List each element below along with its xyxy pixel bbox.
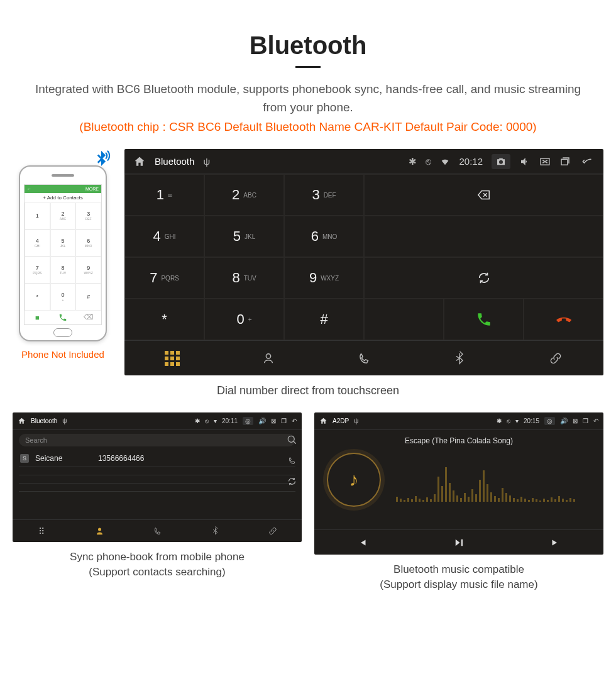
- visualizer: [396, 458, 591, 502]
- phone-call-icon: [50, 311, 76, 324]
- recent-apps-icon[interactable]: [559, 156, 571, 167]
- status-time: 20:12: [459, 156, 483, 167]
- sync-button[interactable]: [364, 257, 603, 299]
- phone-key: 2ABC: [50, 202, 76, 230]
- keypad-tab[interactable]: ⠿: [13, 520, 70, 542]
- call-icon[interactable]: [287, 456, 297, 465]
- close-screen-icon[interactable]: [539, 156, 551, 167]
- contacts-tab[interactable]: [70, 520, 128, 542]
- recent-apps-icon[interactable]: ❐: [583, 418, 588, 424]
- camera-icon[interactable]: ◎: [243, 417, 253, 425]
- empty-cell: [364, 216, 603, 257]
- wifi-icon: ▾: [515, 418, 519, 424]
- wifi-icon: [440, 157, 450, 167]
- usb-icon: ψ: [62, 418, 67, 424]
- location-icon: ⎋: [426, 156, 431, 167]
- back-icon[interactable]: [580, 156, 595, 167]
- dialer-key[interactable]: 1∞: [124, 174, 204, 216]
- contact-name: Seicane: [35, 454, 92, 463]
- sync-icon[interactable]: [287, 477, 297, 486]
- camera-icon[interactable]: ◎: [544, 417, 555, 425]
- close-screen-icon[interactable]: ⊠: [573, 418, 578, 424]
- keypad-tab[interactable]: [124, 341, 220, 375]
- dialer-key[interactable]: 8TUV: [204, 257, 284, 299]
- empty-cell: [364, 299, 444, 340]
- backspace-button[interactable]: [364, 174, 603, 216]
- bluetooth-tab[interactable]: [412, 341, 507, 375]
- wifi-icon: ▾: [214, 418, 217, 424]
- bluetooth-icon: ✱: [497, 418, 502, 424]
- title-underline: [295, 66, 321, 68]
- end-call-button[interactable]: [524, 299, 603, 340]
- location-icon: ⎋: [205, 418, 209, 424]
- volume-icon[interactable]: [519, 156, 531, 167]
- dialer-key[interactable]: 3DEF: [284, 174, 364, 216]
- recent-apps-icon[interactable]: ❐: [281, 418, 287, 424]
- dialer-key[interactable]: 0+: [204, 299, 284, 340]
- contacts-device: Bluetooth ψ ✱ ⎋ ▾ 20:11 ◎ 🔊 ⊠ ❐ ↶ Search…: [13, 412, 302, 542]
- pair-tab[interactable]: [244, 520, 302, 542]
- next-track-button[interactable]: [507, 530, 603, 555]
- back-icon[interactable]: ↶: [593, 418, 598, 424]
- phone-key: 6MNO: [75, 230, 101, 257]
- home-icon[interactable]: [18, 417, 26, 425]
- dialer-caption: Dial number direct from touchscreen: [0, 384, 616, 397]
- music-device: A2DP ψ ✱ ⎋ ▾ 20:15 ◎ 🔊 ⊠ ❐ ↶ Escape (The…: [314, 412, 603, 555]
- phone-key: #: [75, 284, 101, 311]
- camera-icon[interactable]: [492, 154, 510, 169]
- dialer-key[interactable]: 6MNO: [284, 216, 364, 257]
- phone-key: 0+: [50, 284, 76, 311]
- status-time: 20:15: [524, 418, 539, 424]
- contact-number: 13566664466: [98, 454, 144, 463]
- search-input[interactable]: Search: [19, 434, 295, 446]
- close-screen-icon[interactable]: ⊠: [271, 418, 276, 424]
- recents-tab[interactable]: [128, 520, 186, 542]
- status-title: Bluetooth: [31, 418, 57, 424]
- dialer-key[interactable]: 2ABC: [204, 174, 284, 216]
- call-button[interactable]: [444, 299, 524, 340]
- phone-key: 3DEF: [75, 202, 101, 230]
- usb-icon: ψ: [354, 418, 358, 424]
- home-icon[interactable]: [133, 155, 146, 168]
- pair-tab[interactable]: [508, 341, 603, 375]
- phone-caption: Phone Not Included: [13, 349, 113, 360]
- status-title: A2DP: [333, 418, 349, 424]
- phone-illustration: ← MORE + Add to Contacts 12ABC3DEF4GHI5J…: [13, 165, 113, 360]
- contacts-tab[interactable]: [220, 341, 316, 375]
- volume-icon[interactable]: 🔊: [258, 418, 266, 424]
- bluetooth-icon: ✱: [409, 156, 417, 167]
- search-icon[interactable]: [287, 435, 297, 445]
- contact-row[interactable]: S Seicane 13566664466: [19, 450, 295, 467]
- phone-contacts-label: Add to Contacts: [47, 195, 83, 201]
- bluetooth-tab[interactable]: [186, 520, 244, 542]
- phone-key: 8TUV: [50, 257, 76, 284]
- phone-more-label: MORE: [85, 187, 99, 191]
- dialer-key[interactable]: #: [284, 299, 364, 340]
- status-title: Bluetooth: [155, 156, 194, 167]
- dialer-key[interactable]: *: [124, 299, 204, 340]
- phone-key: 1: [25, 202, 50, 230]
- page-description: Integrated with BC6 Bluetooth module, su…: [0, 80, 616, 116]
- track-title: Escape (The Pina Colada Song): [314, 436, 603, 445]
- bluetooth-icon: ✱: [195, 418, 200, 424]
- home-icon[interactable]: [319, 417, 327, 425]
- prev-track-button[interactable]: [314, 530, 410, 555]
- phone-key: 9WXYZ: [75, 257, 101, 284]
- back-icon[interactable]: ↶: [292, 418, 297, 424]
- phone-key: 5JKL: [50, 230, 76, 257]
- recents-tab[interactable]: [316, 341, 412, 375]
- volume-icon[interactable]: 🔊: [560, 418, 568, 424]
- status-time: 20:11: [222, 418, 238, 424]
- dialer-key[interactable]: 7PQRS: [124, 257, 204, 299]
- dialer-key[interactable]: 9WXYZ: [284, 257, 364, 299]
- contact-row-empty: [19, 467, 295, 475]
- bluetooth-signal-icon: [91, 149, 112, 170]
- location-icon: ⎋: [507, 418, 510, 424]
- spec-line: (Bluetooth chip : CSR BC6 Default Blueto…: [0, 120, 616, 134]
- play-pause-button[interactable]: [410, 530, 507, 555]
- dialer-key[interactable]: 5JKL: [204, 216, 284, 257]
- phone-video-icon: ■: [25, 311, 50, 324]
- page-title: Bluetooth: [0, 31, 616, 60]
- bottom-bar: [124, 340, 603, 375]
- dialer-key[interactable]: 4GHI: [124, 216, 204, 257]
